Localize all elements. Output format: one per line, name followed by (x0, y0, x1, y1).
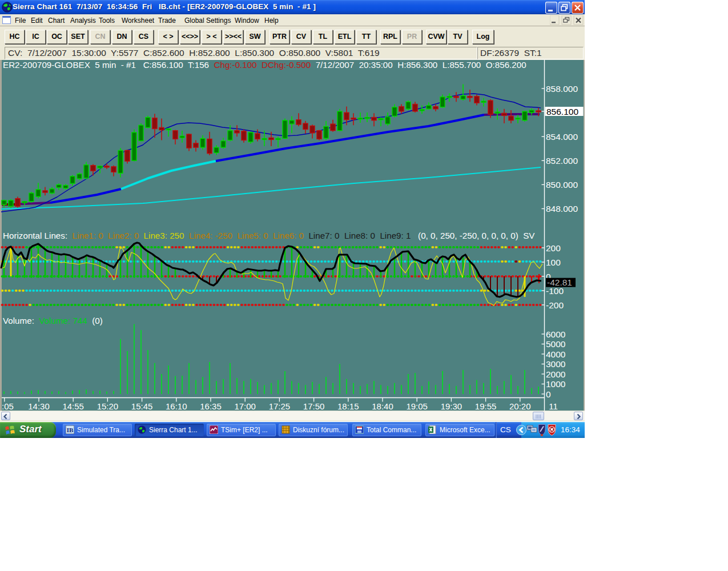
svg-text:17:50: 17:50 (303, 401, 325, 411)
svg-text:848.000: 848.000 (546, 204, 578, 214)
svg-text:856.100: 856.100 (546, 107, 578, 116)
svg-text:15:45: 15:45 (131, 401, 153, 411)
svg-text:850.000: 850.000 (546, 180, 578, 190)
svg-text:16:10: 16:10 (166, 401, 187, 411)
svg-text:11: 11 (549, 401, 558, 411)
svg-text:IB: IB (67, 427, 74, 433)
svg-text:15:20: 15:20 (97, 401, 119, 411)
svg-text:100: 100 (546, 258, 561, 267)
svg-text:858.000: 858.000 (546, 84, 578, 94)
svg-text:16:35: 16:35 (200, 401, 222, 411)
svg-text:5000: 5000 (546, 339, 566, 349)
svg-text:0: 0 (546, 389, 551, 399)
svg-text:1000: 1000 (546, 379, 566, 389)
svg-text:19:30: 19:30 (441, 401, 462, 411)
svg-text:-200: -200 (546, 300, 564, 310)
svg-text:20:20: 20:20 (509, 401, 531, 411)
svg-text:14:30: 14:30 (28, 401, 50, 411)
svg-text:854.000: 854.000 (546, 132, 578, 142)
svg-text:ER2-200709-GLOBEX 5 min - #1: ER2-200709-GLOBEX 5 min - #1 C:856.100 T… (3, 60, 526, 70)
svg-text:2000: 2000 (546, 369, 566, 379)
svg-text:18:15: 18:15 (337, 401, 359, 411)
svg-text:17:00: 17:00 (234, 401, 256, 411)
svg-text:6000: 6000 (546, 329, 566, 339)
svg-text:4000: 4000 (546, 349, 566, 359)
svg-text:852.000: 852.000 (546, 156, 578, 166)
svg-text:17:25: 17:25 (269, 401, 291, 411)
svg-text:19:55: 19:55 (475, 401, 497, 411)
svg-text:19:05: 19:05 (406, 401, 428, 411)
svg-text:200: 200 (546, 243, 561, 253)
svg-text:-42.81: -42.81 (547, 278, 572, 287)
svg-text:14:55: 14:55 (62, 401, 84, 411)
svg-text:18:40: 18:40 (372, 401, 393, 411)
svg-text:Horizontal Lines: Line1: 0 L: Horizontal Lines: Line1: 0 Line2: 0 Line… (3, 231, 535, 240)
svg-text:Volume: Volume: 744 (0): Volume: Volume: 744 (0) (3, 316, 103, 325)
svg-text::05: :05 (2, 401, 14, 411)
svg-text:3000: 3000 (546, 359, 566, 369)
